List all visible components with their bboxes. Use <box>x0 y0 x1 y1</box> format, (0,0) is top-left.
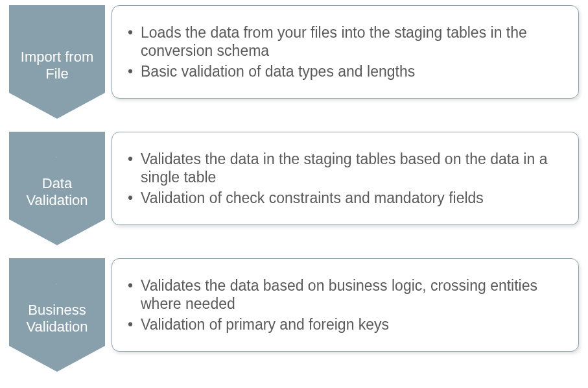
chevron-business-validation: Business Validation <box>9 258 105 372</box>
chevron-label: Data Validation <box>9 161 105 223</box>
step-import-from-file: Import from File Loads the data from you… <box>9 5 579 119</box>
chevron-label: Import from File <box>9 34 105 96</box>
chevron-import: Import from File <box>9 5 105 119</box>
panel-business-validation: Validates the data based on business log… <box>112 258 579 352</box>
panel-list: Validates the data based on business log… <box>126 276 564 336</box>
bullet-item: Validation of check constraints and mand… <box>126 189 564 207</box>
bullet-item: Basic validation of data types and lengt… <box>126 62 564 80</box>
chevron-label: Business Validation <box>9 287 105 349</box>
bullet-item: Loads the data from your files into the … <box>126 23 564 60</box>
chevron-data-validation: Data Validation <box>9 132 105 245</box>
panel-list: Validates the data in the staging tables… <box>126 150 564 210</box>
panel-import: Loads the data from your files into the … <box>112 5 579 99</box>
panel-list: Loads the data from your files into the … <box>126 23 564 83</box>
step-business-validation: Business Validation Validates the data b… <box>9 258 579 372</box>
bullet-item: Validates the data based on business log… <box>126 276 564 313</box>
panel-data-validation: Validates the data in the staging tables… <box>112 132 579 225</box>
bullet-item: Validation of primary and foreign keys <box>126 315 564 333</box>
bullet-item: Validates the data in the staging tables… <box>126 150 564 186</box>
step-data-validation: Data Validation Validates the data in th… <box>9 132 579 245</box>
